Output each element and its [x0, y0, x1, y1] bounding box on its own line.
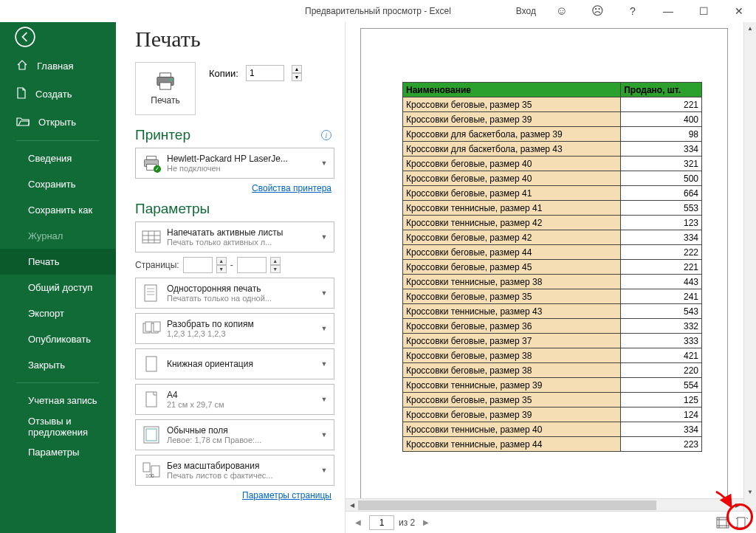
back-button[interactable]	[0, 22, 116, 52]
svg-point-4	[170, 79, 172, 81]
login-link[interactable]: Вход	[516, 6, 536, 16]
show-margins-button[interactable]	[715, 515, 731, 530]
margins-select[interactable]: Обычные поляЛевое: 1,78 см Правое:... ▼	[135, 419, 334, 450]
table-row: Кроссовки беговые, размер 35241	[403, 289, 702, 304]
sidebar-item-2[interactable]: Параметры	[0, 439, 116, 465]
table-row: Кроссовки для баскетбола, размер 43334	[403, 142, 702, 157]
svg-rect-28	[717, 517, 729, 528]
table-row: Кроссовки беговые, размер 40500	[403, 171, 702, 186]
open-icon	[16, 116, 30, 128]
printer-properties-link[interactable]: Свойства принтера	[138, 183, 331, 193]
pages-to-input[interactable]	[237, 257, 267, 273]
sidebar-item-0[interactable]: Главная	[0, 52, 116, 80]
paper-size-select[interactable]: A421 см x 29,7 см ▼	[135, 384, 334, 415]
copies-spinner[interactable]: ▲▼	[292, 65, 302, 81]
table-row: Кроссовки беговые, размер 36332	[403, 319, 702, 334]
home-icon	[16, 59, 28, 73]
sidebar-item-1[interactable]: Сохранить	[0, 171, 116, 197]
vertical-scrollbar[interactable]: ▲ ▼	[743, 22, 756, 511]
next-page-button[interactable]: ▶	[419, 516, 433, 529]
new-icon	[16, 87, 27, 101]
maximize-icon[interactable]: ☐	[687, 0, 721, 21]
table-row: Кроссовки беговые, размер 35125	[403, 393, 702, 408]
scaling-select[interactable]: 100 Без масштабированияПечать листов с ф…	[135, 455, 334, 486]
sidebar-item-2[interactable]: Открыть	[0, 108, 116, 136]
print-preview-panel: НаименованиеПродано, шт. Кроссовки бегов…	[345, 22, 756, 533]
sheets-icon	[140, 226, 162, 248]
table-row: Кроссовки беговые, размер 38421	[403, 348, 702, 363]
close-icon[interactable]: ✕	[722, 0, 756, 21]
prev-page-button[interactable]: ◀	[351, 516, 365, 529]
page-setup-link[interactable]: Параметры страницы	[138, 490, 331, 501]
sidebar-item-0[interactable]: Учетная запись	[0, 388, 116, 413]
table-row: Кроссовки теннисные, размер 42123	[403, 216, 702, 230]
table-row: Кроссовки беговые, размер 39400	[403, 112, 702, 127]
info-icon[interactable]: i	[321, 130, 331, 140]
table-row: Кроссовки теннисные, размер 44223	[403, 437, 702, 452]
sidebar-item-3[interactable]: Журнал	[0, 223, 116, 249]
sidebar-item-2[interactable]: Сохранить как	[0, 197, 116, 223]
sidebar-item-5[interactable]: Общий доступ	[0, 275, 116, 300]
svg-rect-25	[143, 463, 150, 472]
preview-footer: ◀ из 2 ▶	[346, 511, 756, 533]
pages-to-spinner[interactable]: ▲▼	[270, 257, 281, 273]
pages-from-spinner[interactable]: ▲▼	[216, 257, 227, 273]
params-heading: Параметры	[135, 201, 334, 217]
horizontal-scrollbar[interactable]: ◀▶	[346, 498, 743, 511]
svg-rect-8	[142, 231, 160, 243]
face-smile-icon[interactable]: ☺	[545, 0, 579, 21]
table-row: Кроссовки беговые, размер 37333	[403, 334, 702, 348]
sides-select[interactable]: Односторонняя печатьПечатать только на о…	[135, 278, 334, 309]
table-row: Кроссовки для баскетбола, размер 3998	[403, 127, 702, 142]
pages-label: Страницы:	[135, 260, 179, 270]
sidebar-item-1[interactable]: Создать	[0, 80, 116, 108]
table-row: Кроссовки беговые, размер 45221	[403, 260, 702, 275]
svg-rect-13	[145, 285, 157, 301]
sidebar-item-1[interactable]: Отзывы и предложения	[0, 413, 116, 439]
svg-rect-1	[160, 73, 171, 78]
collate-icon	[140, 317, 162, 340]
help-icon[interactable]: ?	[616, 0, 650, 21]
page-icon	[140, 282, 162, 304]
copies-input[interactable]	[246, 65, 284, 81]
printer-icon: ✓	[140, 152, 162, 174]
table-row: Кроссовки теннисные, размер 41553	[403, 201, 702, 216]
current-page-input[interactable]	[369, 515, 394, 530]
zoom-to-page-button[interactable]	[734, 515, 750, 530]
backstage-sidebar: ГлавнаяСоздатьОткрыть СведенияСохранитьС…	[0, 22, 116, 533]
table-row: Кроссовки беговые, размер 38220	[403, 363, 702, 378]
titlebar: Предварительный просмотр - Excel Вход ☺ …	[0, 0, 756, 22]
svg-rect-20	[154, 322, 160, 331]
orientation-select[interactable]: Книжная ориентация ▼	[135, 348, 334, 379]
svg-rect-33	[738, 517, 745, 528]
scale-icon: 100	[140, 459, 162, 481]
svg-point-0	[16, 27, 35, 47]
printer-select[interactable]: ✓ Hewlett-Packard HP LaserJe...Не подклю…	[135, 148, 334, 179]
printer-heading: Принтер i	[135, 127, 334, 143]
table-row: Кроссовки теннисные, размер 40334	[403, 422, 702, 437]
sidebar-item-6[interactable]: Экспорт	[0, 300, 116, 326]
preview-page: НаименованиеПродано, шт. Кроссовки бегов…	[360, 28, 728, 508]
table-row: Кроссовки теннисные, размер 43543	[403, 304, 702, 319]
table-row: Кроссовки беговые, размер 39124	[403, 408, 702, 422]
preview-table: НаименованиеПродано, шт. Кроссовки бегов…	[402, 82, 702, 452]
margins-icon	[140, 424, 162, 446]
table-row: Кроссовки беговые, размер 42334	[403, 230, 702, 245]
pages-from-input[interactable]	[183, 257, 213, 273]
page-total-label: из 2	[399, 517, 415, 528]
sidebar-item-8[interactable]: Закрыть	[0, 352, 116, 378]
table-row: Кроссовки теннисные, размер 38443	[403, 275, 702, 289]
svg-rect-5	[147, 157, 157, 160]
sidebar-item-7[interactable]: Опубликовать	[0, 326, 116, 352]
sidebar-item-0[interactable]: Сведения	[0, 145, 116, 171]
table-row: Кроссовки беговые, размер 41664	[403, 186, 702, 201]
page-title: Печать	[135, 27, 334, 52]
table-row: Кроссовки беговые, размер 35221	[403, 97, 702, 112]
collate-select[interactable]: Разобрать по копиям1,2,3 1,2,3 1,2,3 ▼	[135, 313, 334, 344]
window-title: Предварительный просмотр - Excel	[305, 6, 451, 16]
minimize-icon[interactable]: —	[651, 0, 685, 21]
print-what-select[interactable]: Напечатать активные листыПечать только а…	[135, 221, 334, 252]
face-sad-icon[interactable]: ☹	[580, 0, 614, 21]
print-button[interactable]: Печать	[135, 62, 196, 115]
sidebar-item-4[interactable]: Печать	[0, 249, 116, 275]
